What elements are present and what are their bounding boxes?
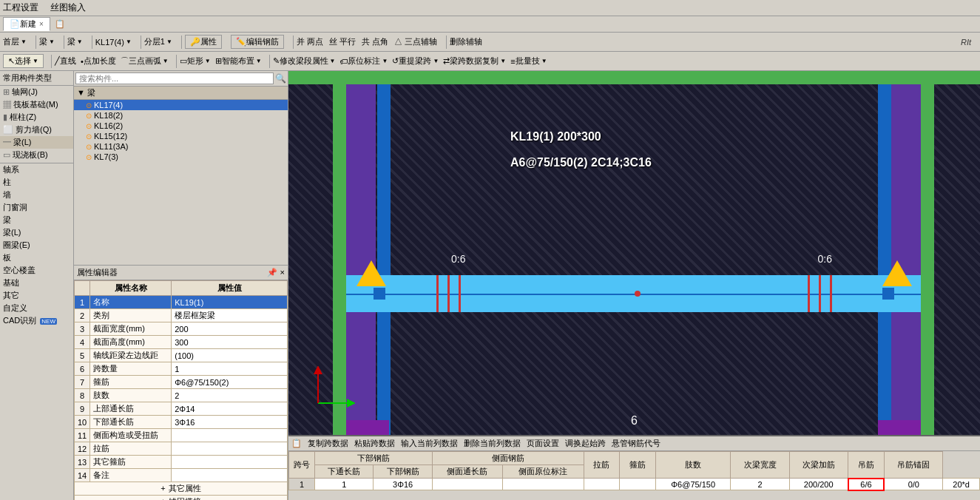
nav-zhuwang[interactable]: ⊞ 轴网(J) (0, 86, 73, 98)
two-point-btn[interactable]: 并 两点 (297, 36, 323, 47)
cell-side-orig-1[interactable] (584, 479, 620, 490)
prop-row-value[interactable]: 1 (172, 362, 288, 376)
cell-stirrup-1[interactable]: Φ6@75/150 (656, 479, 731, 490)
prop-row-value[interactable]: 3Φ16 (172, 416, 288, 429)
smart-layout-button[interactable]: ⊞ 智能布置 ▼ (215, 55, 262, 67)
new-tab[interactable]: 📄 新建 × (3, 17, 50, 31)
del-col-data-btn[interactable]: 删除当前列数据 (464, 438, 521, 449)
nav-liang-l[interactable]: 梁(L) (0, 226, 73, 239)
nav-col[interactable]: ▮ 框柱(Z) (0, 111, 73, 124)
nav-other[interactable]: 其它 (0, 289, 73, 302)
type1-dropdown[interactable]: 梁 ▼ (39, 36, 55, 47)
batch-button[interactable]: ≡ 批量技 ▼ (510, 55, 547, 67)
kl18-label: KL18(2) (94, 111, 123, 120)
span-data-copy-button[interactable]: ⇄ 梁跨数据复制 ▼ (443, 55, 506, 67)
rebar-code-btn[interactable]: 悬管钢筋代号 (612, 438, 660, 449)
tree-section-liang[interactable]: ▼ 梁 (74, 87, 288, 100)
edit-rebar-button[interactable]: ✏️ 编辑钢筋 (231, 35, 284, 49)
prop-row-value[interactable] (172, 429, 288, 442)
modify-segment-button[interactable]: ✎ 修改梁段属性 ▼ (273, 55, 336, 67)
type2-dropdown[interactable]: 梁 ▼ (67, 36, 83, 47)
cell-sec-add-1[interactable]: 6/6 (848, 479, 885, 490)
prop-row-value[interactable]: 楼层框架梁 (172, 309, 288, 322)
nav-shear[interactable]: ⬜ 剪力墙(Q) (0, 124, 73, 136)
angle-point-btn[interactable]: 共 点角 (362, 36, 388, 47)
prop-row-value[interactable]: (100) (172, 349, 288, 362)
select-button[interactable]: ↖ 选择 ▼ (3, 54, 44, 68)
nav-ql[interactable]: 圈梁(E) (0, 239, 73, 251)
tree-item-kl16[interactable]: ⊙ KL16(2) (74, 121, 288, 131)
prop-row-value[interactable]: 2Φ14 (172, 402, 288, 416)
prop-button[interactable]: 🔑 属性 (185, 35, 222, 49)
nav-axis[interactable]: 轴系 (0, 163, 73, 176)
tree-item-kl18[interactable]: ⊙ KL18(2) (74, 110, 288, 121)
col-side-orig-header: 侧面原位标注 (502, 465, 584, 479)
input-col-data-btn[interactable]: 输入当前列数据 (401, 438, 458, 449)
nav-liang[interactable]: 梁 (0, 214, 73, 226)
prop-pin-icon[interactable]: 📌 (267, 268, 277, 277)
search-icon[interactable]: 🔍 (275, 73, 286, 84)
nav-qiang[interactable]: 墙 (0, 189, 73, 201)
original-label-button[interactable]: 🏷 原位标注 ▼ (339, 55, 388, 67)
prop-row-value[interactable]: 2 (172, 389, 288, 402)
ban-label: 板 (3, 253, 11, 262)
cell-bottom-rebar-1[interactable] (432, 479, 502, 490)
tab-close-btn[interactable]: × (39, 20, 44, 28)
cell-hanger-1[interactable]: 0/0 (884, 479, 942, 490)
three-arc-button[interactable]: ⌒ 三点画弧 ▼ (121, 55, 169, 67)
parallel-btn[interactable]: 丝 平行 (329, 36, 356, 47)
del-aux-btn[interactable]: 删除辅轴 (450, 36, 482, 47)
element-dropdown[interactable]: KL17(4) ▼ (95, 38, 132, 47)
prop-row-value[interactable] (172, 469, 288, 482)
canvas-area[interactable]: KL19(1) 200*300 A6@75/150(2) 2C14;3C16 0… (288, 71, 980, 500)
search-input[interactable] (75, 72, 274, 84)
cell-hanger-anchor-1[interactable]: 20*d (943, 479, 980, 490)
prop-row-value[interactable]: Φ6@75/150(2) (172, 376, 288, 389)
tree-item-kl17[interactable]: ⊙ KL17(4) (74, 100, 288, 110)
prop-row-value[interactable]: KL19(1) (172, 296, 288, 309)
tree-item-kl15[interactable]: ⊙ KL15(12) (74, 131, 288, 141)
col-bottom-rebar-header: 下部钢筋 (315, 452, 433, 465)
swap-start-btn[interactable]: 调换起始跨 (565, 438, 606, 449)
nav-zhu[interactable]: 柱 (0, 176, 73, 189)
prop-row-name: 下部通长筋 (90, 416, 172, 429)
layer-dropdown[interactable]: 分层1 ▼ (144, 36, 172, 47)
cell-bottom-cont-1[interactable]: 3Φ16 (374, 479, 432, 490)
nav-ban[interactable]: 板 (0, 251, 73, 264)
prop-row-value[interactable] (172, 442, 288, 456)
copy-span-data-btn[interactable]: 复制跨数据 (308, 438, 348, 449)
cell-legs-1[interactable]: 2 (731, 479, 789, 490)
nav-door[interactable]: 门窗洞 (0, 201, 73, 214)
three-point-aux-btn[interactable]: △ 三点辅轴 (394, 36, 437, 47)
floor-dropdown[interactable]: 首层 ▼ (3, 36, 27, 47)
prop-row-value[interactable] (172, 456, 288, 469)
cell-span-1[interactable]: 1 (315, 479, 374, 490)
nav-cad[interactable]: CAD识别 NEW (0, 314, 73, 327)
nav-hollow[interactable]: 空心楼盖 (0, 264, 73, 277)
prop-close-icon[interactable]: × (280, 268, 285, 277)
nav-foundation[interactable]: 基础 (0, 277, 73, 289)
rect-button[interactable]: ▭ 矩形 ▼ (180, 55, 211, 67)
add-length-button[interactable]: • 点加长度 (81, 55, 116, 67)
nav-beam[interactable]: ━ 梁(L) (0, 136, 73, 149)
nav-custom[interactable]: 自定义 (0, 302, 73, 314)
prop-row-num: 12 (75, 442, 90, 456)
copy-icon[interactable]: 📋 (55, 19, 65, 29)
menu-item-project-settings[interactable]: 工程设置 (3, 1, 38, 14)
paste-span-data-btn[interactable]: 粘贴跨数据 (354, 438, 395, 449)
cell-sec-width-1[interactable]: 200/200 (789, 479, 848, 490)
canvas[interactable]: KL19(1) 200*300 A6@75/150(2) 2C14;3C16 0… (288, 71, 980, 500)
copy-span-button[interactable]: ↺ 重提梁跨 ▼ (392, 55, 439, 67)
tree-item-kl11[interactable]: ⊙ KL11(3A) (74, 141, 288, 152)
nav-base[interactable]: ▦ 筏板基础(M) (0, 98, 73, 111)
prop-row-value[interactable]: 300 (172, 336, 288, 349)
nav-slab[interactable]: ▭ 现浇板(B) (0, 149, 73, 161)
cell-side-cont-1[interactable] (502, 479, 584, 490)
select-icon: ↖ (8, 56, 15, 66)
menu-item-drawing-input[interactable]: 丝图输入 (50, 1, 86, 14)
prop-row-value[interactable]: 200 (172, 322, 288, 336)
cell-tie-1[interactable] (620, 479, 656, 490)
tree-item-kl7[interactable]: ⊙ KL7(3) (74, 152, 288, 162)
page-settings-btn[interactable]: 页面设置 (527, 438, 559, 449)
line-button[interactable]: ╱ 直线 (55, 55, 76, 67)
